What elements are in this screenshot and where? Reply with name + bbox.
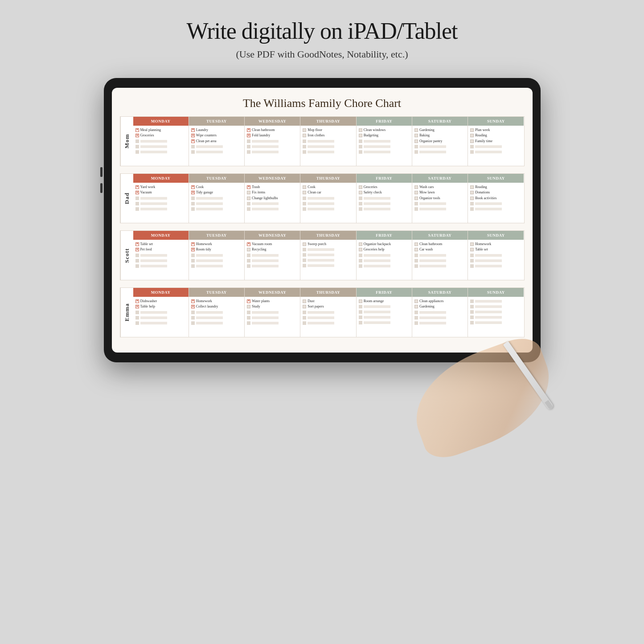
task-checkbox[interactable] (303, 191, 306, 194)
task-text: Cook (308, 185, 315, 189)
empty-line (308, 316, 334, 319)
task-checkbox[interactable] (359, 299, 362, 303)
empty-task-row (303, 196, 353, 201)
empty-line (364, 259, 390, 262)
task-checkbox[interactable] (303, 299, 306, 303)
task-item: Clean car (303, 190, 353, 195)
task-checkbox[interactable]: ✕ (135, 248, 139, 251)
task-checkbox[interactable]: ✕ (191, 305, 195, 308)
task-checkbox[interactable]: ✕ (135, 185, 139, 189)
task-checkbox[interactable] (414, 242, 418, 246)
task-checkbox[interactable]: ✕ (135, 305, 139, 308)
day-col-emma-friday: FRIDAYRoom arrange (357, 288, 412, 337)
task-checkbox[interactable] (303, 242, 306, 246)
task-text: Table set (475, 247, 488, 252)
task-checkbox[interactable] (247, 191, 250, 194)
empty-task-row (470, 207, 521, 211)
task-checkbox[interactable]: ✕ (247, 299, 250, 303)
task-checkbox[interactable]: ✕ (247, 134, 250, 137)
task-checkbox[interactable] (303, 128, 306, 132)
task-checkbox[interactable] (359, 128, 362, 132)
task-checkbox[interactable]: ✕ (135, 128, 139, 132)
task-checkbox[interactable]: ✕ (191, 134, 195, 137)
task-checkbox[interactable] (303, 305, 306, 308)
empty-square (247, 316, 250, 320)
task-checkbox[interactable] (414, 128, 418, 132)
empty-line (475, 151, 502, 153)
task-checkbox[interactable] (247, 305, 250, 308)
task-checkbox[interactable]: ✕ (191, 191, 195, 194)
empty-line (252, 151, 279, 153)
task-checkbox[interactable]: ✕ (135, 191, 139, 194)
task-checkbox[interactable]: ✕ (191, 185, 195, 189)
task-checkbox[interactable]: ✕ (247, 128, 250, 132)
task-text: Water plants (252, 299, 270, 304)
empty-task-row (247, 144, 298, 149)
task-text: Clean pet area (196, 139, 217, 144)
task-checkbox[interactable]: ✕ (247, 242, 250, 246)
task-checkbox[interactable] (470, 248, 474, 251)
day-col-emma-sunday: SUNDAY (468, 288, 524, 337)
task-checkbox[interactable] (470, 197, 474, 200)
empty-square (135, 259, 139, 263)
task-checkbox[interactable] (414, 191, 418, 194)
task-checkbox[interactable] (359, 185, 362, 189)
task-text: Laundry (196, 128, 208, 132)
task-checkbox[interactable] (470, 185, 474, 189)
task-item: ✕Vacuum room (247, 242, 298, 246)
task-checkbox[interactable]: ✕ (191, 128, 195, 132)
task-checkbox[interactable] (414, 197, 418, 200)
task-checkbox[interactable] (414, 248, 418, 251)
task-checkbox[interactable] (303, 134, 306, 137)
task-text: Groceries help (364, 247, 385, 252)
task-checkbox[interactable] (414, 299, 418, 303)
empty-square (470, 259, 474, 263)
empty-square (414, 150, 418, 154)
task-checkbox[interactable] (359, 248, 362, 251)
task-checkbox[interactable] (359, 191, 362, 194)
day-header-wednesday: WEDNESDAY (245, 288, 300, 297)
task-checkbox[interactable]: ✕ (191, 139, 195, 143)
task-item: Iron clothes (303, 133, 353, 138)
task-checkbox[interactable]: ✕ (135, 299, 139, 303)
empty-task-row (135, 150, 186, 154)
task-checkbox[interactable] (470, 128, 474, 132)
task-item: Book activities (470, 196, 521, 201)
empty-line (364, 202, 390, 205)
task-checkbox[interactable]: ✕ (191, 248, 195, 251)
task-checkbox[interactable] (414, 139, 418, 143)
task-checkbox[interactable] (470, 139, 474, 143)
task-checkbox[interactable] (470, 191, 474, 194)
task-checkbox[interactable] (414, 185, 418, 189)
task-checkbox[interactable] (414, 134, 418, 137)
task-text: Groceries (364, 185, 377, 189)
task-item: ✕Dishwasher (135, 299, 186, 304)
empty-square (135, 139, 139, 143)
task-checkbox[interactable] (414, 305, 418, 308)
task-checkbox[interactable]: ✕ (247, 185, 250, 189)
task-checkbox[interactable] (470, 134, 474, 137)
task-item: Organize backpack (359, 242, 410, 246)
task-checkbox[interactable]: ✕ (135, 242, 139, 246)
empty-task-row (135, 310, 186, 315)
task-checkbox[interactable] (247, 248, 250, 251)
task-checkbox[interactable] (303, 185, 306, 189)
task-checkbox[interactable]: ✕ (135, 134, 139, 137)
task-item: ✕Groceries (135, 133, 186, 138)
task-item: Donations (470, 190, 521, 195)
day-col-mom-saturday: SATURDAYGardeningBakingOrganize pantry (412, 117, 468, 166)
empty-line (364, 197, 390, 200)
task-checkbox[interactable] (470, 242, 474, 246)
empty-task-row (135, 264, 186, 268)
empty-square (135, 264, 139, 268)
task-checkbox[interactable] (359, 134, 362, 137)
task-text: Sort papers (308, 304, 324, 309)
task-checkbox[interactable] (247, 197, 250, 200)
task-checkbox[interactable]: ✕ (191, 299, 195, 303)
task-checkbox[interactable]: ✕ (191, 242, 195, 246)
empty-task-row (414, 310, 465, 315)
empty-line (196, 145, 223, 148)
task-item: ✕Tidy garage (191, 190, 242, 195)
day-tasks-dad-thursday: CookClean car (300, 183, 356, 223)
task-checkbox[interactable] (359, 242, 362, 246)
